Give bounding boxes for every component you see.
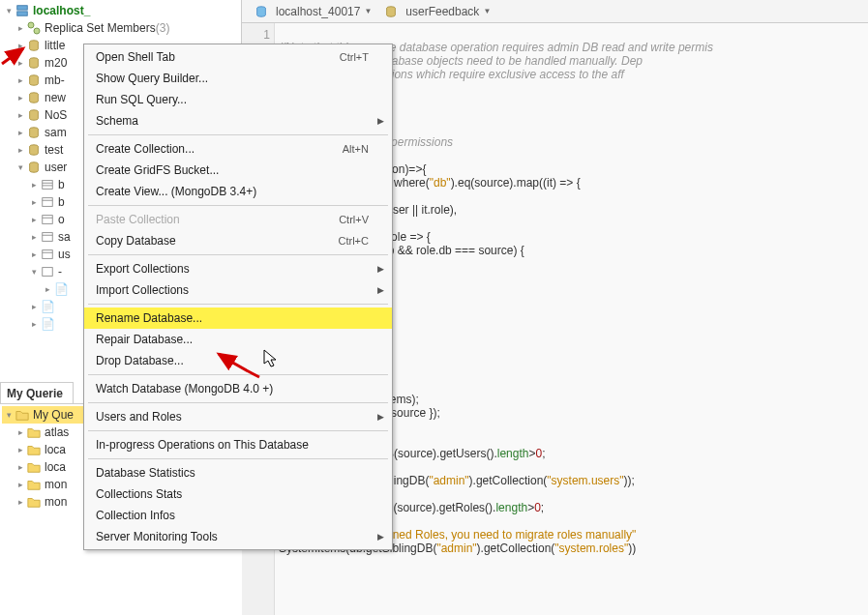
menu-paste-collection: Paste CollectionCtrl+V bbox=[84, 209, 392, 230]
folder-label: mon bbox=[45, 478, 67, 491]
svg-rect-12 bbox=[43, 181, 53, 190]
db-label: little bbox=[45, 39, 65, 52]
expand-icon: ▸ bbox=[15, 58, 25, 68]
expand-icon: ▸ bbox=[15, 497, 25, 507]
menu-rename-database[interactable]: Rename Database... bbox=[84, 308, 392, 329]
menu-separator bbox=[88, 374, 388, 375]
svg-rect-21 bbox=[43, 250, 53, 259]
menu-users-roles[interactable]: Users and Roles▶ bbox=[84, 406, 392, 427]
database-icon bbox=[26, 38, 42, 53]
menu-create-collection[interactable]: Create Collection...Alt+N bbox=[84, 138, 392, 160]
database-icon bbox=[26, 73, 42, 88]
server-node[interactable]: ▾ localhost_ bbox=[2, 2, 241, 19]
menu-db-statistics[interactable]: Database Statistics bbox=[84, 462, 392, 483]
menu-server-monitoring[interactable]: Server Monitoring Tools▶ bbox=[84, 526, 392, 547]
db-label: sam bbox=[45, 126, 67, 139]
menu-separator bbox=[88, 254, 388, 255]
database-icon bbox=[26, 55, 42, 71]
expand-icon: ▸ bbox=[29, 232, 39, 242]
folder-label: My Que bbox=[33, 408, 74, 422]
db-label: NoS bbox=[45, 108, 67, 122]
coll-label: us bbox=[58, 248, 71, 261]
menu-repair-database[interactable]: Repair Database... bbox=[84, 329, 392, 350]
menu-collections-stats[interactable]: Collections Stats bbox=[84, 483, 392, 505]
menu-export-collections[interactable]: Export Collections▶ bbox=[84, 258, 392, 279]
svg-rect-17 bbox=[43, 216, 53, 224]
editor-breadcrumb: localhost_40017▼ userFeedback▼ bbox=[242, 0, 868, 23]
line-number: 1 bbox=[242, 27, 270, 43]
menu-collection-infos[interactable]: Collection Infos bbox=[84, 505, 392, 526]
collection-icon bbox=[40, 177, 55, 192]
dropdown-icon: ▼ bbox=[364, 7, 372, 15]
menu-copy-database[interactable]: Copy DatabaseCtrl+C bbox=[84, 230, 392, 251]
expand-icon: ▸ bbox=[15, 145, 25, 155]
menu-separator bbox=[88, 134, 388, 135]
expand-icon: ▸ bbox=[29, 197, 39, 207]
menu-import-collections[interactable]: Import Collections▶ bbox=[84, 279, 392, 301]
db-label: mb- bbox=[45, 73, 65, 87]
expand-icon: ▸ bbox=[29, 215, 39, 224]
menu-schema[interactable]: Schema▶ bbox=[84, 110, 392, 132]
database-icon bbox=[26, 90, 42, 105]
expand-icon: ▸ bbox=[15, 462, 25, 472]
svg-point-3 bbox=[34, 28, 40, 34]
menu-watch-database[interactable]: Watch Database (MongoDB 4.0 +) bbox=[84, 378, 392, 399]
queries-tab-label: My Querie bbox=[7, 387, 63, 400]
menu-inprogress-ops[interactable]: In-progress Operations on This Database bbox=[84, 434, 392, 455]
replica-set-node[interactable]: ▸ Replica Set Members (3) bbox=[2, 19, 241, 37]
menu-run-sql[interactable]: Run SQL Query... bbox=[84, 89, 392, 110]
expand-icon: ▸ bbox=[15, 445, 25, 454]
database-icon bbox=[26, 160, 42, 175]
editor-server-selector[interactable]: localhost_40017▼ bbox=[254, 4, 372, 19]
expand-icon: ▸ bbox=[29, 302, 39, 311]
replica-count: (3) bbox=[156, 21, 170, 35]
expand-icon: ▸ bbox=[15, 110, 25, 120]
db-label: m20 bbox=[45, 56, 67, 70]
server-label: localhost_ bbox=[33, 4, 90, 17]
collection-icon bbox=[40, 229, 55, 245]
folder-icon bbox=[26, 459, 42, 475]
expand-icon: ▸ bbox=[29, 249, 39, 259]
coll-label: o bbox=[58, 213, 65, 226]
replica-icon bbox=[26, 20, 42, 36]
submenu-arrow-icon: ▶ bbox=[377, 412, 384, 422]
collection-icon bbox=[40, 264, 55, 279]
expand-icon: ▾ bbox=[15, 162, 25, 172]
submenu-arrow-icon: ▶ bbox=[377, 116, 384, 126]
db-label: user bbox=[45, 161, 67, 174]
menu-drop-database[interactable]: Drop Database... bbox=[84, 350, 392, 371]
server-icon bbox=[254, 4, 269, 19]
editor-db-label: userFeedback bbox=[405, 5, 479, 18]
menu-separator bbox=[88, 304, 388, 305]
menu-separator bbox=[88, 402, 388, 403]
menu-open-shell[interactable]: Open Shell TabCtrl+T bbox=[84, 46, 392, 68]
folder-icon bbox=[26, 425, 42, 440]
editor-db-selector[interactable]: userFeedback▼ bbox=[383, 4, 491, 19]
submenu-arrow-icon: ▶ bbox=[377, 532, 384, 542]
database-icon bbox=[26, 125, 42, 140]
database-icon bbox=[383, 4, 399, 19]
folder-label: mon bbox=[45, 495, 67, 509]
menu-create-gridfs[interactable]: Create GridFS Bucket... bbox=[84, 160, 392, 181]
expand-icon: ▸ bbox=[15, 23, 25, 33]
sub-icon: 📄 bbox=[40, 299, 55, 314]
svg-rect-1 bbox=[17, 12, 28, 15]
database-context-menu: Open Shell TabCtrl+T Show Query Builder.… bbox=[83, 44, 393, 550]
database-icon bbox=[26, 142, 42, 158]
expand-icon: ▸ bbox=[15, 75, 25, 85]
folder-label: loca bbox=[45, 443, 66, 456]
sub-icon: 📄 bbox=[40, 316, 55, 332]
expand-icon: ▾ bbox=[29, 267, 39, 277]
collection-icon bbox=[40, 247, 55, 262]
menu-separator bbox=[88, 458, 388, 459]
database-icon bbox=[26, 107, 42, 123]
coll-label: - bbox=[58, 265, 62, 278]
collection-icon bbox=[40, 194, 55, 210]
coll-label: sa bbox=[58, 230, 71, 244]
replica-label: Replica Set Members bbox=[45, 21, 156, 35]
menu-create-view[interactable]: Create View... (MongoDB 3.4+) bbox=[84, 181, 392, 202]
menu-show-query-builder[interactable]: Show Query Builder... bbox=[84, 68, 392, 89]
my-queries-tab[interactable]: My Querie bbox=[0, 382, 74, 403]
coll-label: b bbox=[58, 178, 65, 191]
expand-icon: ▸ bbox=[15, 41, 25, 50]
